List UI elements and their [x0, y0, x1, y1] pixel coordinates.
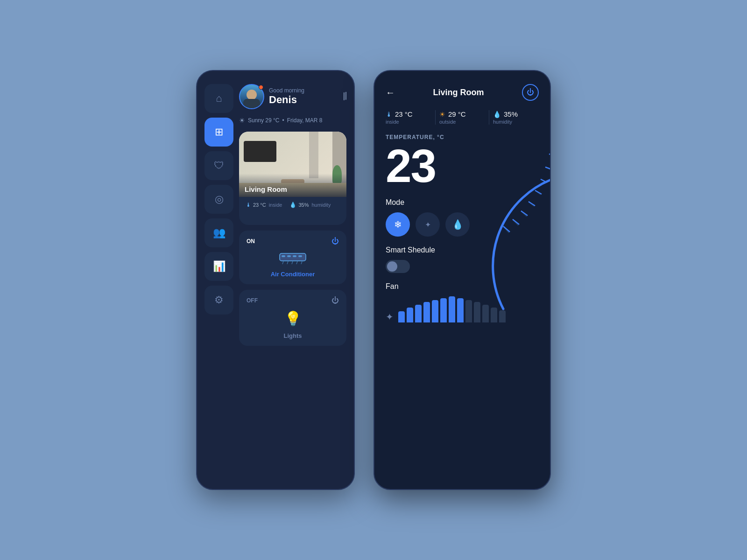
- svg-line-23: [541, 179, 547, 182]
- humidity-label: humidity: [311, 202, 331, 208]
- stat-inside: 🌡 23 °C inside: [386, 110, 431, 125]
- room-info: 🌡 23 °C inside 💧 35% humidity: [239, 197, 346, 213]
- temp-icon: 🌡: [246, 202, 251, 208]
- stat-inside-value: 23 °C: [395, 110, 413, 118]
- room-tv: [244, 141, 276, 162]
- temperature-value: 23: [386, 142, 539, 189]
- sidebar-item-settings[interactable]: ⚙: [204, 286, 233, 315]
- sidebar-item-home[interactable]: ⌂: [204, 84, 233, 113]
- ac-power-btn[interactable]: ⏻: [331, 237, 339, 245]
- fan-bar-9[interactable]: [465, 300, 472, 322]
- schedule-section: Smart Shedule: [386, 246, 539, 273]
- fan-title: Fan: [386, 282, 539, 291]
- weather-icon: ☀: [239, 117, 245, 124]
- stat-humidity-value: 35%: [504, 110, 518, 118]
- room-card-name: Living Room: [245, 185, 287, 193]
- sidebar-item-shield[interactable]: 🛡: [204, 151, 233, 180]
- stats-row: 🌡 23 °C inside ☀ 29 °C outside 💧 35%: [386, 110, 539, 125]
- sidebar-item-chart[interactable]: 📊: [204, 252, 233, 281]
- mode-btn-cool[interactable]: ❄: [386, 212, 410, 237]
- room-card[interactable]: Living Room 🌡 23 °C inside 💧 35% humidit…: [239, 132, 346, 225]
- svg-line-6: [287, 261, 288, 264]
- fan-bar-13[interactable]: [499, 310, 506, 322]
- svg-rect-4: [298, 255, 302, 257]
- svg-rect-2: [287, 255, 291, 257]
- svg-line-16: [535, 190, 541, 195]
- right-power-button[interactable]: ⏻: [522, 84, 539, 101]
- stat-humidity: 💧 35% humidity: [493, 110, 539, 125]
- room-stat-temp: 🌡 23 °C inside: [246, 202, 282, 208]
- outside-stat-icon: ☀: [439, 111, 445, 118]
- room-humidity: 35%: [298, 202, 309, 208]
- fan-bar-7[interactable]: [449, 296, 455, 322]
- fan-bar-8[interactable]: [457, 298, 464, 322]
- temperature-section: TEMPERATURE, °C 23: [386, 134, 539, 189]
- fan-bar-4[interactable]: [423, 302, 430, 322]
- menu-icon[interactable]: //: [343, 91, 346, 103]
- fan-bar-5[interactable]: [432, 300, 438, 322]
- ac-icon: [279, 251, 307, 265]
- ac-device-header: ON ⏻: [247, 237, 339, 245]
- inside-stat-icon: 🌡: [386, 111, 392, 118]
- fan-bar-12[interactable]: [491, 308, 497, 322]
- schedule-title: Smart Shedule: [386, 246, 539, 254]
- sidebar-item-location[interactable]: ◎: [204, 185, 233, 214]
- weather-bar: ☀ Sunny 29 °C • Friday, MAR 8: [239, 117, 346, 124]
- sidebar-item-grid[interactable]: ⊞: [204, 118, 233, 147]
- stat-humidity-label: humidity: [493, 119, 539, 125]
- stat-inside-value-row: 🌡 23 °C: [386, 110, 431, 118]
- fan-icon: ✦: [386, 311, 394, 322]
- svg-line-8: [296, 261, 297, 264]
- room-stats: 🌡 23 °C inside 💧 35% humidity: [246, 202, 340, 208]
- svg-line-14: [545, 167, 551, 170]
- svg-line-22: [545, 167, 551, 169]
- stat-outside-value: 29 °C: [448, 110, 466, 118]
- lights-icon: 💡: [284, 310, 302, 327]
- notification-dot: [259, 85, 263, 90]
- fan-bar-2[interactable]: [407, 308, 413, 322]
- mode-btn-dry[interactable]: 💧: [445, 212, 470, 237]
- lights-status: OFF: [247, 297, 258, 304]
- svg-rect-1: [282, 255, 285, 257]
- phone-right: ← Living Room ⏻ 🌡 23 °C inside ☀ 29 °C: [374, 70, 551, 490]
- fan-bar-6[interactable]: [440, 298, 447, 322]
- stat-outside: ☀ 29 °C outside: [439, 110, 485, 125]
- room-curtain-left: [309, 132, 318, 178]
- sidebar: ⌂ ⊞ 🛡 ◎ 👥 📊 ⚙: [204, 84, 233, 476]
- main-content: Good morning Denis // ☀ Sunny 29 °C • Fr…: [239, 84, 346, 476]
- avatar-wrap: [239, 84, 264, 109]
- schedule-toggle[interactable]: [386, 260, 410, 273]
- svg-line-15: [541, 179, 546, 183]
- fan-bar-1[interactable]: [398, 311, 405, 322]
- greeting-name: Denis: [269, 94, 343, 106]
- mode-section: Mode ❄ ✦ 💧: [386, 198, 539, 237]
- room-stat-humidity: 💧 35% humidity: [289, 202, 331, 208]
- lights-power-btn[interactable]: ⏻: [331, 296, 339, 305]
- weather-dot: •: [282, 117, 284, 124]
- greeting-wrap: Good morning Denis: [264, 87, 343, 106]
- room-inside-temp: 23 °C: [253, 202, 266, 208]
- mode-btn-fan[interactable]: ✦: [416, 212, 440, 237]
- svg-line-24: [535, 190, 542, 194]
- fan-bars: ✦: [386, 296, 539, 322]
- weather-date: Friday, MAR 8: [287, 117, 323, 124]
- stat-outside-value-row: ☀ 29 °C: [439, 110, 485, 118]
- fan-bar-3[interactable]: [415, 305, 422, 322]
- stat-outside-label: outside: [439, 119, 485, 125]
- ac-status: ON: [247, 238, 255, 245]
- device-card-ac: ON ⏻: [239, 231, 346, 284]
- weather-text: Sunny 29 °C: [248, 117, 280, 124]
- fan-bar-11[interactable]: [482, 305, 489, 322]
- back-button[interactable]: ←: [386, 87, 395, 98]
- fan-section: Fan ✦: [386, 282, 539, 322]
- ac-icon-wrap: [247, 249, 339, 267]
- svg-line-5: [282, 261, 283, 264]
- fan-bar-10[interactable]: [474, 302, 480, 322]
- device-card-lights: OFF ⏻ 💡 Lights: [239, 290, 346, 346]
- schedule-toggle-wrap: [386, 260, 539, 273]
- stat-divider-2: [489, 110, 489, 125]
- schedule-toggle-thumb: [387, 261, 397, 272]
- mode-title: Mode: [386, 198, 539, 207]
- humidity-icon: 💧: [289, 202, 296, 208]
- sidebar-item-users[interactable]: 👥: [204, 218, 233, 247]
